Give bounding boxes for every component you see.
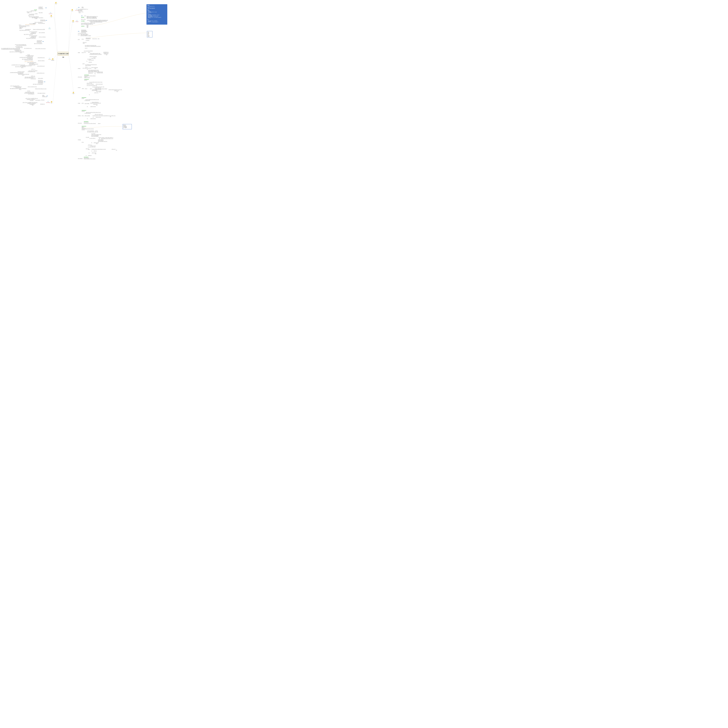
conf-logfilename: logfile_name = 'log.log' xyxy=(81,19,86,20)
branch-db[interactable]: 🗂️db xyxy=(50,101,53,103)
conf-standard: standard_format = '[%(asctime)s][%(name)… xyxy=(90,22,102,23)
core-login-41: user.lock_user_interface(name)\nprint('l… xyxy=(87,46,101,47)
core-sh-d: goods_price = goods_list[choice][1] xyxy=(91,136,98,137)
core-login-18: print('user does not exist') xyxy=(89,60,94,61)
core-lookcart-dec: @common.login_auth xyxy=(84,157,89,158)
core-def-checkrecord: def check_record(): xyxy=(78,123,82,124)
bankpy-def-balance: def get_balance_interface(name): xyxy=(38,60,45,61)
shoppy-def-look: def look_shoppingcart_interface(name): xyxy=(37,93,46,94)
core-reg-7: if password == password2: xyxy=(88,72,93,73)
core-rp-b: else: xyxy=(87,106,88,107)
core-cr-3: print(record) xyxy=(98,123,101,124)
bankpy-repay-5: return user_dic['account']+'¥'+str(accou… xyxy=(24,60,33,61)
conf-mkdir: if not os.path.isdir(BASE_LOG_LOCAL): os… xyxy=(81,23,95,24)
core-reg-81: continue xyxy=(94,68,96,69)
db-upd-3: f.flush() xyxy=(32,105,34,106)
tag-import-db: import xyxy=(46,96,48,96)
core-tr-f4: else: xyxy=(99,92,101,93)
conf-baselog: BASE_LOG_LOCAL = os.path.join(BASE_DIR,'… xyxy=(87,18,97,19)
conf-ld-3: loggers xyxy=(87,27,89,28)
core-def-lookcart: def look_shoppingcart(): xyxy=(78,158,83,159)
core-run-5: func_dic[choice]() xyxy=(86,40,89,41)
core-userdata: user_data = {'name': None, 'is_auth': Fa… xyxy=(78,33,87,34)
core-sh-f: if goods_name in shopping_cart: xyxy=(98,137,105,138)
bankpy-con-6: return True xyxy=(21,67,23,68)
core-wd-c: print('please input number!') xyxy=(90,118,96,119)
goodslist-popup: goods_list = [ ['coffee', 10], ['chicken… xyxy=(122,124,132,129)
core-login-15: print('password error or user locked!') xyxy=(89,57,97,57)
core-sh-o: else: xyxy=(91,142,92,144)
shoppy-sh-7: else: xyxy=(29,91,30,92)
core-wd-a: print('money not enough!') xyxy=(96,117,101,118)
userpy-log-reg: logger_user.info('User %s register succe… xyxy=(19,30,30,31)
userpy-def-lock: def lock_user_interface(name): xyxy=(39,32,45,33)
db-sel-1: if os.path.exists(path_file): xyxy=(35,100,41,101)
core-rp-4: if q == repay_money: break xyxy=(84,100,90,101)
core-login-17: if user_dic['locked']: xyxy=(87,59,91,60)
core-sh-r: print(shopping_cart) xyxy=(88,145,92,146)
core-sh-x: print('buy error') xyxy=(93,151,97,152)
core-def-run: def run(): xyxy=(78,39,80,40)
menu-popup: 1 登录 2 注册 3 查余额 4 转账 5 还款 6 提现 7 流水记录 8 … xyxy=(147,31,153,37)
branch-interface[interactable]: 🗂️interface xyxy=(51,58,55,60)
central-topic: ATM&购物车项目code思维导图 xyxy=(58,52,69,56)
userpy-log-release: logger_user.info('User %s is released' %… xyxy=(26,38,36,39)
tag-import-bank: import xyxy=(42,41,44,42)
conf-basepaths: BASE_PATHS xyxy=(81,17,84,18)
core-run-3: if choice not in func_dic: xyxy=(92,38,97,40)
branch-log[interactable]: 🗂️log xyxy=(54,2,58,4)
core-rp-9: break xyxy=(96,105,98,106)
core-login-7: if user_dic: xyxy=(84,52,86,53)
userpy-def-getuser: def get_userinfo_interface(name): xyxy=(38,23,45,24)
core-tr-6: print('You can't transfer to yourself') xyxy=(96,84,103,85)
core-wd-6: withdraw_money = int(withdraw_money) xyxy=(95,114,103,115)
lib-la-5: src.login() xyxy=(27,12,29,14)
core-shopping-dec: @common.login_auth xyxy=(81,126,86,127)
core-wd-4: if q == withdraw_money: break xyxy=(84,113,91,114)
bankpy-con-2: user_dic['account'] -= account xyxy=(26,66,32,67)
bankpy-trans-10: return True xyxy=(20,52,22,54)
lib-import-2: from conf import setting xyxy=(38,8,43,9)
core-reg-21: name: break xyxy=(88,65,91,66)
core-sh-i: shopping_cart[goods_name] = {'price': go… xyxy=(101,138,113,139)
file-common-py: 📄common.py xyxy=(48,12,53,14)
core-sh-s: buy = input('buy or not [y/n]>>:').strip… xyxy=(88,147,95,148)
bin-import-1: import sys xyxy=(81,8,84,8)
core-reg-3: user_dic = user.get_userinfo_interface(n… xyxy=(83,68,92,69)
core-tr-4: if trans_name == 'q': break xyxy=(87,83,92,84)
core-sh-z3: print('illegal input!') xyxy=(88,155,92,156)
core-def-shopping: def shopping(): xyxy=(78,139,81,141)
core-tr-f: bank.transfer_interface(user_data['name'… xyxy=(109,89,122,90)
core-lc-2: print(shop.look_shoppingcart_interface(u… xyxy=(84,159,95,159)
core-cr-2: for record in bank.check_record_interfac… xyxy=(84,123,96,124)
shoppy-sh-5: return True xyxy=(19,89,21,90)
core-login-16: count += 1 xyxy=(93,57,96,58)
core-funcdic-2: '7': check_record, '8': shopping, '9': l… xyxy=(80,35,91,37)
branch-core[interactable]: 🗂️core xyxy=(72,92,75,93)
core-tr-7: trans_dic = user.get_userinfo_interface(… xyxy=(87,85,97,86)
bankpy-def-repay: def repay_interface(name,account): xyxy=(38,57,45,58)
core-rp-7: bank.repay_interface(user_data['name'],r… xyxy=(90,103,101,104)
branch-bin[interactable]: 🗂️bin xyxy=(70,9,74,11)
core-login-171: print('user is locked') xyxy=(91,58,95,59)
core-cb-3: print('余额为: %s' %balance) xyxy=(84,77,90,78)
shoppy-def-shop: def shopping_interface(name,shopping_car… xyxy=(35,89,46,90)
branch-lib[interactable]: 🗂️lib xyxy=(49,15,53,17)
core-sh-e: if user_money >= goods_price: xyxy=(89,138,95,139)
shoppy-look-2: return user_dic['shopping_cart'] xyxy=(28,93,34,95)
core-cr-1: print('Your Bank Flow>>:') xyxy=(84,122,89,123)
core-tr-8: if trans_dic: xyxy=(85,89,87,89)
core-checkbal-dec: @common.login_auth xyxy=(84,75,89,75)
bankpy-import-2: from interface import user xyxy=(37,42,42,43)
bankpy-wd-6: return True xyxy=(22,75,24,76)
lib-la-0: def wapper(*args, **kwargs): xyxy=(31,11,37,12)
userpy-import-1: from db import db_handler xyxy=(40,20,46,21)
bankpy-con-5: logger_bank.info('%s 消费 %s 元' %(name,acc… xyxy=(15,66,26,67)
core-reg-0: while True: xyxy=(83,63,85,64)
bankpy-con-8: else: xyxy=(34,69,35,70)
core-run-4: continue xyxy=(98,38,99,40)
core-tr-f2: break xyxy=(116,91,118,92)
core-repay-dec: @common.login_auth xyxy=(81,97,86,98)
bankpy-logger: logger_bank = common.get_logger('bank') xyxy=(34,43,42,44)
branch-conf[interactable]: 🗂️conf xyxy=(71,20,75,22)
